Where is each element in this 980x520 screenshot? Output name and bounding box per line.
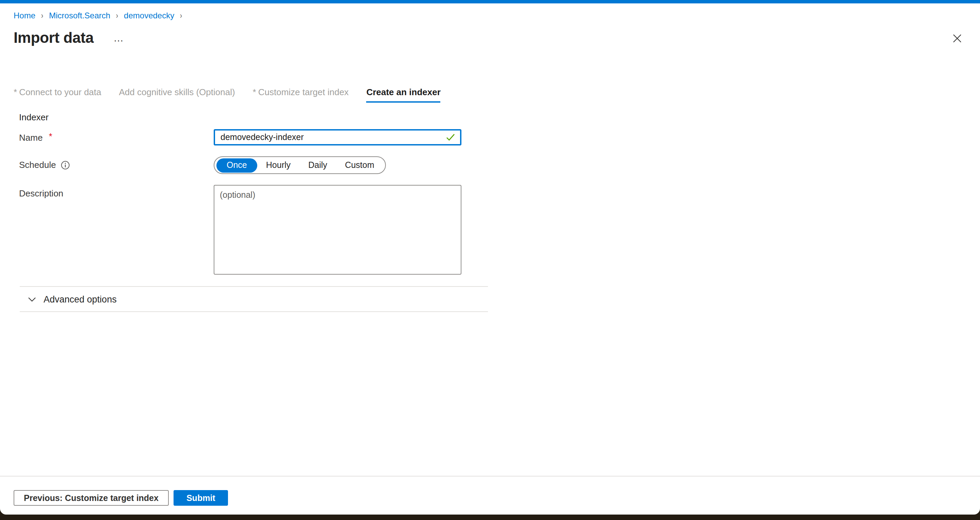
close-icon <box>953 34 961 43</box>
name-input-wrap <box>214 129 461 146</box>
section-title-indexer: Indexer <box>19 112 980 122</box>
schedule-option-daily[interactable]: Daily <box>299 158 336 172</box>
advanced-options-toggle[interactable]: Advanced options <box>0 287 980 311</box>
tab-label: Customize target index <box>258 87 349 97</box>
tab-required-mark: * <box>253 87 256 97</box>
breadcrumb-item-microsoft-search[interactable]: Microsoft.Search <box>49 11 110 21</box>
breadcrumb-item-home[interactable]: Home <box>14 11 35 21</box>
wizard-footer: Previous: Customize target index Submit <box>0 476 980 506</box>
portal-viewport: Home › Microsoft.Search › demovedecky › … <box>0 0 980 520</box>
description-field-row: Description <box>19 185 980 274</box>
tab-create-an-indexer[interactable]: Create an indexer <box>366 87 441 103</box>
breadcrumb: Home › Microsoft.Search › demovedecky › <box>14 11 980 21</box>
previous-step-button[interactable]: Previous: Customize target index <box>14 490 169 506</box>
name-field-row: Name* <box>19 129 980 146</box>
indexer-form: Indexer Name* Schedule <box>19 112 980 274</box>
validation-check-icon <box>446 133 455 141</box>
more-options-button[interactable]: … <box>112 35 126 41</box>
tab-label: Add cognitive skills (Optional) <box>119 87 235 97</box>
tab-label: Create an indexer <box>366 87 441 97</box>
schedule-label: Schedule <box>19 160 56 170</box>
footer-buttons: Previous: Customize target index Submit <box>14 490 980 506</box>
indexer-name-input[interactable] <box>214 129 461 146</box>
description-label-group: Description <box>19 185 214 198</box>
tab-required-mark: * <box>14 87 17 97</box>
tab-add-cognitive-skills[interactable]: Add cognitive skills (Optional) <box>119 87 235 103</box>
chevron-down-icon <box>28 297 36 301</box>
schedule-label-group: Schedule <box>19 156 214 170</box>
schedule-field-row: Schedule Once Hourly Daily Custom <box>19 156 980 174</box>
schedule-option-custom[interactable]: Custom <box>336 158 383 172</box>
tab-customize-target-index[interactable]: *Customize target index <box>253 87 349 103</box>
breadcrumb-separator-icon: › <box>116 11 118 21</box>
name-label-group: Name* <box>19 129 214 143</box>
page-title: Import data <box>14 28 94 48</box>
info-icon[interactable] <box>60 160 70 170</box>
submit-button[interactable]: Submit <box>173 490 228 506</box>
schedule-option-hourly[interactable]: Hourly <box>257 158 299 172</box>
tab-connect-to-your-data[interactable]: *Connect to your data <box>14 87 102 103</box>
description-label: Description <box>19 188 63 198</box>
footer-divider <box>0 476 980 477</box>
portal-top-accent-bar <box>0 0 980 3</box>
description-textarea[interactable] <box>214 185 461 274</box>
page-header: Import data … <box>14 28 980 48</box>
close-button[interactable] <box>949 30 965 46</box>
breadcrumb-item-demovedecky[interactable]: demovedecky <box>124 11 174 21</box>
schedule-option-once[interactable]: Once <box>216 158 257 172</box>
breadcrumb-separator-icon: › <box>180 11 182 21</box>
advanced-options-label: Advanced options <box>43 294 117 304</box>
schedule-toggle-group: Once Hourly Daily Custom <box>214 156 386 174</box>
divider <box>20 311 488 312</box>
import-data-panel: Home › Microsoft.Search › demovedecky › … <box>0 0 980 515</box>
required-mark: * <box>49 131 52 141</box>
breadcrumb-separator-icon: › <box>41 11 43 21</box>
tab-label: Connect to your data <box>19 87 101 97</box>
wizard-tabs: *Connect to your data Add cognitive skil… <box>14 87 980 103</box>
name-label: Name <box>19 133 43 143</box>
